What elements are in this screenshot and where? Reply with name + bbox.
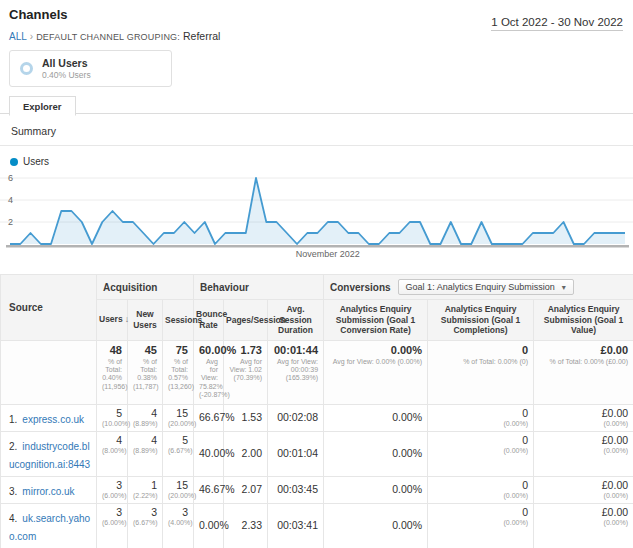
y-axis-tick-label: 6 [8, 173, 13, 183]
new-users-cell: 4(8.89%) [128, 431, 163, 476]
column-header-users[interactable]: Users↓ [97, 300, 128, 341]
x-axis-line [6, 245, 629, 248]
table-section: Source Acquisition Behaviour Conversions… [0, 274, 633, 548]
y-axis-tick-label: 2 [8, 217, 13, 227]
table-row: 4.uk.search.yahoo.com3(6.00%)3(6.67%)3(4… [1, 503, 633, 548]
avg-duration-cell: 00:03:41 [268, 503, 324, 548]
bounce-rate-cell: 40.00% [194, 431, 224, 476]
goal-value-cell: £0.00(0.00%) [534, 503, 633, 548]
source-cell: 3.mirror.co.uk [1, 476, 97, 503]
sessions-cell: 5(6.67%) [163, 431, 194, 476]
breadcrumb: ALL›DEFAULT CHANNEL GROUPING:Referral [9, 30, 623, 42]
source-link[interactable]: industrycode.blucognition.ai:8443 [9, 441, 90, 470]
source-link[interactable]: mirror.co.uk [22, 486, 74, 497]
row-index: 2. [9, 441, 17, 452]
source-cell: 1.express.co.uk [1, 404, 97, 431]
segment-name: All Users [42, 57, 91, 69]
avg-duration-cell: 00:02:08 [268, 404, 324, 431]
tab-explorer[interactable]: Explorer [9, 96, 76, 116]
y-axis-tick-label: 4 [8, 195, 13, 205]
breadcrumb-separator: › [30, 31, 33, 42]
source-cell: 2.industrycode.blucognition.ai:8443 [1, 431, 97, 476]
pages-session-cell: 2.33 [224, 503, 268, 548]
users-cell: 3(6.00%) [97, 476, 128, 503]
breadcrumb-grouping-label: DEFAULT CHANNEL GROUPING: [36, 32, 180, 42]
goal-completions-cell: 0(0.00%) [428, 404, 534, 431]
sources-table: Source Acquisition Behaviour Conversions… [0, 274, 633, 548]
column-header-goal-value[interactable]: Analytics Enquiry Submission (Goal 1 Val… [534, 300, 633, 341]
caret-down-icon: ▾ [562, 283, 566, 292]
summary-goal-completions: 0% of Total: 0.00% (0) [428, 340, 534, 404]
goal-selector-value: Goal 1: Analytics Enquiry Submission [406, 282, 555, 292]
users-cell: 4(8.00%) [97, 431, 128, 476]
x-axis-month-label: November 2022 [296, 249, 360, 259]
source-link[interactable]: express.co.uk [22, 414, 84, 425]
goal-rate-cell: 0.00% [324, 503, 428, 548]
row-index: 1. [9, 414, 17, 425]
conversions-label: Conversions [330, 282, 391, 293]
legend-label: Users [23, 156, 49, 167]
column-header-source[interactable]: Source [1, 275, 97, 341]
source-cell: 4.uk.search.yahoo.com [1, 503, 97, 548]
summary-row: 48% of Total: 0.40% (11,956) 45% of Tota… [1, 340, 633, 404]
users-cell: 3(6.00%) [97, 503, 128, 548]
analytics-channels-report: Channels 1 Oct 2022 - 30 Nov 2022 ALL›DE… [0, 0, 633, 548]
segment-text: All Users 0.40% Users [42, 57, 91, 80]
goal-rate-cell: 0.00% [324, 476, 428, 503]
goal-rate-cell: 0.00% [324, 431, 428, 476]
new-users-cell: 4(8.89%) [128, 404, 163, 431]
segment-detail: 0.40% Users [42, 70, 91, 80]
summary-source-cell [1, 340, 97, 404]
sort-descending-icon[interactable]: ↓ [125, 314, 130, 324]
column-header-pages-session[interactable]: Pages/Session [224, 300, 268, 341]
summary-goal-value: £0.00% of Total: 0.00% (£0.00) [534, 340, 633, 404]
segment-circle-icon [20, 62, 33, 75]
group-header-acquisition: Acquisition [97, 275, 194, 300]
column-header-goal-rate[interactable]: Analytics Enquiry Submission (Goal 1 Con… [324, 300, 428, 341]
goal-value-cell: £0.00(0.00%) [534, 476, 633, 503]
breadcrumb-grouping-value: Referral [183, 30, 220, 42]
group-header-row: Source Acquisition Behaviour Conversions… [1, 275, 633, 300]
legend-dot-icon [10, 158, 18, 166]
subnav-summary-link[interactable]: Summary [11, 125, 56, 137]
summary-sessions: 75% of Total: 0.57% (13,260) [163, 340, 194, 404]
goal-value-cell: £0.00(0.00%) [534, 404, 633, 431]
users-line-chart[interactable]: 246November 2022 [0, 170, 633, 262]
group-header-conversions: Conversions Goal 1: Analytics Enquiry Su… [324, 275, 633, 300]
new-users-cell: 3(6.67%) [128, 503, 163, 548]
tab-bar: Explorer [0, 95, 633, 114]
breadcrumb-all-link[interactable]: ALL [9, 31, 27, 42]
users-cell: 5(10.00%) [97, 404, 128, 431]
chart-legend: Users [0, 156, 633, 167]
column-header-sessions[interactable]: Sessions [163, 300, 194, 341]
date-range-selector[interactable]: 1 Oct 2022 - 30 Nov 2022 [491, 16, 623, 31]
summary-new-users: 45% of Total: 0.38% (11,787) [128, 340, 163, 404]
avg-duration-cell: 00:03:45 [268, 476, 324, 503]
goal-completions-cell: 0(0.00%) [428, 503, 534, 548]
report-header: Channels 1 Oct 2022 - 30 Nov 2022 ALL›DE… [0, 0, 633, 87]
column-header-new-users[interactable]: New Users [128, 300, 163, 341]
sessions-cell: 15(20.00%) [163, 476, 194, 503]
goal-completions-cell: 0(0.00%) [428, 476, 534, 503]
goal-selector-dropdown[interactable]: Goal 1: Analytics Enquiry Submission ▾ [398, 279, 574, 295]
summary-goal-rate: 0.00%Avg for View: 0.00% (0.00%) [324, 340, 428, 404]
group-header-behaviour: Behaviour [194, 275, 324, 300]
avg-duration-cell: 00:01:04 [268, 431, 324, 476]
summary-avg-duration: 00:01:44Avg for View: 00:00:39 (165.39%) [268, 340, 324, 404]
table-row: 2.industrycode.blucognition.ai:84434(8.0… [1, 431, 633, 476]
bounce-rate-cell: 66.67% [194, 404, 224, 431]
source-link[interactable]: uk.search.yahoo.com [9, 513, 90, 542]
segment-card[interactable]: All Users 0.40% Users [9, 50, 172, 87]
new-users-cell: 1(2.22%) [128, 476, 163, 503]
column-header-goal-completions[interactable]: Analytics Enquiry Submission (Goal 1 Com… [428, 300, 534, 341]
sessions-cell: 3(4.00%) [163, 503, 194, 548]
table-row: 3.mirror.co.uk3(6.00%)1(2.22%)15(20.00%)… [1, 476, 633, 503]
sessions-cell: 15(20.00%) [163, 404, 194, 431]
bounce-rate-cell: 0.00% [194, 503, 224, 548]
summary-users: 48% of Total: 0.40% (11,956) [97, 340, 128, 404]
row-index: 3. [9, 486, 17, 497]
goal-value-cell: £0.00(0.00%) [534, 431, 633, 476]
users-chart-section: Users 246November 2022 [0, 146, 633, 262]
bounce-rate-cell: 46.67% [194, 476, 224, 503]
subnav: Summary [0, 114, 633, 146]
